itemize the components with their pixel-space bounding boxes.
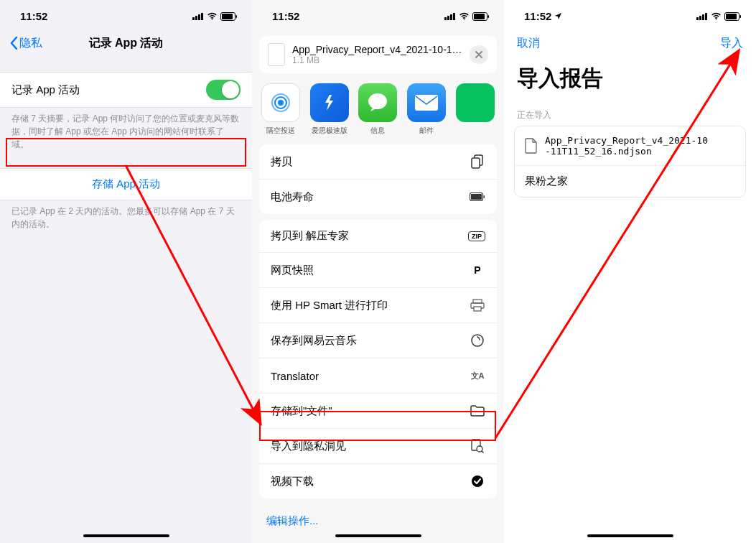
share-wechat-partial[interactable] — [455, 83, 495, 136]
import-file-row[interactable]: App_Privacy_Report_v4_2021-10 -11T11_52_… — [515, 126, 745, 166]
svg-rect-22 — [471, 194, 482, 200]
file-icon — [525, 138, 538, 154]
svg-rect-8 — [447, 16, 449, 20]
action-label: 网页快照 — [271, 264, 314, 277]
svg-rect-7 — [444, 17, 447, 20]
copy-icon — [470, 154, 485, 170]
svg-rect-36 — [726, 14, 737, 19]
svg-point-30 — [472, 475, 483, 487]
check-icon — [470, 473, 485, 489]
store-activity-button[interactable]: 存储 App 活动 — [0, 168, 252, 200]
svg-rect-0 — [192, 17, 195, 20]
action-label: 拷贝到 解压专家 — [271, 229, 349, 243]
action-import-privacy[interactable]: 导入到隐私洞见 — [259, 429, 497, 464]
page-title: 记录 App 活动 — [89, 36, 164, 51]
import-app-row[interactable]: 果粉之家 — [515, 166, 745, 197]
location-icon — [554, 12, 562, 20]
file-text: App_Privacy_Report_v4_2021-10 -11T11_52_… — [545, 135, 708, 157]
translate-icon: 文A — [470, 368, 485, 384]
share-mail[interactable]: 邮件 — [406, 83, 447, 136]
store-footer: 已记录 App 在 2 天内的活动。您最多可以存储 App 在 7 天内的活动。 — [0, 200, 252, 235]
record-activity-toggle[interactable] — [206, 80, 241, 100]
action-label: 拷贝 — [271, 155, 292, 169]
svg-rect-1 — [195, 16, 197, 20]
svg-rect-5 — [222, 14, 233, 19]
file-name: App_Privacy_Report_v4_2021-10-11T11_... — [292, 44, 462, 55]
status-time-loc: 11:52 — [524, 10, 562, 22]
action-label: 视频下载 — [271, 475, 314, 488]
back-button[interactable]: 隐私 — [10, 36, 42, 51]
action-translator[interactable]: Translator 文A — [259, 358, 497, 394]
share-messages[interactable]: 信息 — [358, 83, 398, 136]
nav-header: 隐私 记录 App 活动 — [0, 29, 252, 57]
print-icon — [470, 297, 485, 313]
action-label: Translator — [271, 370, 319, 382]
status-bar: 11:52 — [504, 0, 756, 29]
airdrop-icon — [261, 83, 300, 122]
action-save-files[interactable]: 存储到"文件" — [259, 394, 497, 429]
action-snapshot[interactable]: 网页快照 P — [259, 253, 497, 288]
battery-icon — [470, 189, 485, 205]
share-label: 隔空投送 — [266, 126, 295, 136]
file-info: App_Privacy_Report_v4_2021-10-11T11_... … — [292, 44, 462, 65]
svg-rect-23 — [484, 195, 485, 198]
svg-rect-26 — [474, 307, 481, 311]
music-icon — [470, 333, 485, 348]
toggle-footer: 存储 7 天摘要，记录 App 何时访问了您的位置或麦克风等数据，同时了解 Ap… — [0, 108, 252, 155]
svg-rect-3 — [201, 13, 203, 20]
section-label: 正在导入 — [514, 105, 746, 126]
file-thumb-icon — [268, 43, 285, 66]
modal-header: 取消 导入 — [504, 29, 756, 58]
toggle-label: 记录 App 活动 — [11, 83, 80, 97]
import-section: 正在导入 App_Privacy_Report_v4_2021-10 -11T1… — [514, 105, 746, 198]
mail-icon — [407, 83, 446, 122]
import-button[interactable]: 导入 — [720, 36, 743, 51]
status-icons — [696, 12, 742, 21]
status-icons — [192, 12, 238, 21]
edit-actions[interactable]: 编辑操作... — [252, 504, 504, 538]
phone-3-import: 11:52 取消 导入 导入报告 正在导入 App_Privacy_Report… — [504, 0, 756, 543]
file-header: App_Privacy_Report_v4_2021-10-11T11_... … — [259, 36, 497, 73]
record-activity-row: 记录 App 活动 — [0, 72, 252, 108]
import-card: App_Privacy_Report_v4_2021-10 -11T11_52_… — [514, 126, 746, 198]
svg-rect-33 — [702, 14, 704, 20]
svg-rect-18 — [415, 95, 438, 111]
status-time: 11:52 — [272, 10, 299, 22]
action-netease[interactable]: 保存到网易云音乐 — [259, 323, 497, 358]
svg-rect-13 — [488, 15, 490, 18]
action-group-1: 拷贝 电池寿命 — [259, 144, 497, 214]
action-label: 使用 HP Smart 进行打印 — [271, 299, 388, 312]
svg-rect-24 — [473, 300, 482, 303]
cancel-button[interactable]: 取消 — [517, 36, 540, 51]
svg-rect-37 — [740, 15, 742, 18]
close-button[interactable] — [470, 45, 488, 64]
action-video-download[interactable]: 视频下载 — [259, 464, 497, 498]
phone-1-settings: 11:52 隐私 记录 App 活动 记录 App 活动 存储 7 天摘要，记录… — [0, 0, 252, 543]
svg-rect-34 — [705, 13, 707, 20]
action-copy[interactable]: 拷贝 — [259, 144, 497, 180]
svg-rect-6 — [236, 15, 238, 18]
svg-rect-2 — [198, 14, 200, 20]
action-group-2: 拷贝到 解压专家 ZIP 网页快照 P 使用 HP Smart 进行打印 保存到… — [259, 220, 497, 498]
wechat-icon — [456, 83, 495, 122]
share-airdrop[interactable]: 隔空投送 — [261, 83, 301, 136]
p-icon: P — [470, 262, 485, 278]
action-battery[interactable]: 电池寿命 — [259, 180, 497, 214]
back-label: 隐私 — [19, 36, 42, 51]
import-title: 导入报告 — [504, 58, 756, 105]
home-indicator[interactable] — [83, 534, 169, 537]
messages-icon — [358, 83, 397, 122]
phone-2-share-sheet: 11:52 App_Privacy_Report_v4_2021-10-11T1… — [252, 0, 504, 543]
share-aisi[interactable]: 爱思极速版 — [309, 83, 350, 136]
svg-point-14 — [278, 100, 284, 106]
action-zip[interactable]: 拷贝到 解压专家 ZIP — [259, 220, 497, 253]
svg-rect-20 — [472, 158, 480, 168]
home-indicator[interactable] — [335, 534, 421, 537]
home-indicator[interactable] — [587, 534, 673, 537]
file-size: 1.1 MB — [292, 55, 462, 65]
aisi-icon — [310, 83, 349, 122]
status-bar: 11:52 — [252, 0, 504, 29]
share-label: 信息 — [370, 126, 385, 136]
action-hp-print[interactable]: 使用 HP Smart 进行打印 — [259, 288, 497, 323]
action-label: 电池寿命 — [271, 190, 314, 204]
